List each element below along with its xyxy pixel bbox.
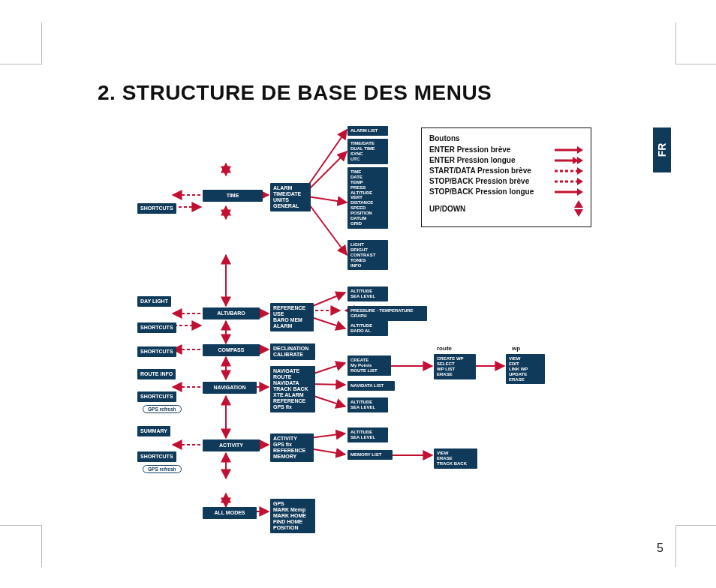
arrow-solid-icon	[555, 188, 583, 196]
ab-reference-box: ALTITUDE SEA LEVEL	[347, 286, 388, 302]
time-settings: ALARM TIME/DATE UNITS GENERAL	[270, 183, 311, 212]
mode-compass: COMPASS	[203, 344, 260, 356]
shortcuts-box: SHORTCUTS	[137, 346, 176, 357]
svg-line-28	[308, 152, 347, 190]
gps-refresh-pill: GPS refresh	[143, 405, 182, 413]
nav-navidata-box: NAVIDATA LIST	[347, 381, 395, 391]
act-memory-box: MEMORY LIST	[347, 450, 393, 460]
crop-mark	[675, 22, 716, 64]
svg-line-31	[309, 292, 345, 308]
shortcuts-box: SHORTCUTS	[137, 322, 176, 333]
svg-marker-10	[577, 188, 583, 196]
legend-row: STOP/BACK Pression brève	[429, 177, 583, 185]
arrow-double-icon	[555, 157, 583, 164]
crop-mark	[675, 525, 716, 567]
page-number: 5	[657, 542, 663, 555]
svg-line-29	[308, 196, 347, 202]
legend-row: UP/DOWN	[429, 200, 583, 217]
legend-label: ENTER Pression longue	[429, 156, 515, 164]
svg-line-36	[309, 434, 345, 438]
navigation-settings: NAVIGATE ROUTE NAVIDATA TRACK BACK XTE A…	[270, 366, 315, 412]
allmodes-settings: GPS MARK Memp MARK HOME FIND HOME POSITI…	[270, 499, 315, 533]
general-box: LIGHT BRIGHT CONTRAST TONES INFO	[347, 240, 388, 270]
arrow-updown-icon	[574, 200, 583, 217]
mode-altibaro: ALTI/BARO	[203, 308, 260, 320]
svg-line-30	[308, 202, 347, 255]
legend-label: ENTER Pression brève	[429, 146, 510, 154]
legend-title: Boutons	[429, 134, 583, 142]
svg-marker-8	[577, 178, 583, 185]
mode-navigation: NAVIGATION	[203, 382, 257, 394]
route-ops-box: CREATE WP SELECT WP LIST ERASE	[434, 354, 476, 380]
routeinfo-box: ROUTE INFO	[137, 369, 176, 380]
svg-marker-1	[577, 146, 583, 154]
wp-label: wp	[512, 345, 520, 352]
legend-row: ENTER Pression longue	[429, 156, 583, 164]
legend-label: STOP/BACK Pression longue	[429, 188, 534, 196]
gps-refresh-pill: GPS refresh	[143, 465, 182, 473]
daylight-box: DAY LIGHT	[137, 296, 171, 307]
legend-label: STOP/BACK Pression brève	[429, 177, 529, 185]
svg-marker-4	[577, 157, 583, 164]
shortcuts-box: SHORTCUTS	[137, 392, 176, 402]
shortcuts-box: SHORTCUTS	[137, 452, 176, 462]
shortcuts-box: SHORTCUTS	[137, 203, 176, 214]
svg-marker-12	[574, 209, 583, 217]
legend-row: START/DATA Pression brève	[429, 166, 583, 175]
altibaro-settings: REFERENCE USE BARO MEM ALARM	[270, 303, 314, 332]
mode-activity: ACTIVITY	[203, 440, 260, 452]
arrow-dashed-icon	[555, 167, 583, 175]
page-title: 2. STRUCTURE DE BASE DES MENUS	[98, 81, 492, 105]
timedate-box: TIME/DATE DUAL TIME SYNC UTC	[347, 139, 388, 164]
route-label: route	[437, 345, 452, 352]
compass-settings: DECLINATION CALIBRATE	[270, 344, 315, 360]
legend-label: START/DATA Pression brève	[429, 166, 531, 175]
nav-reference-box: ALTITUDE SEA LEVEL	[347, 398, 388, 412]
svg-line-32	[309, 316, 345, 328]
legend-row: STOP/BACK Pression longue	[429, 188, 583, 196]
alarm-list-box: ALARM LIST	[347, 126, 388, 136]
mode-time: TIME	[203, 190, 263, 202]
arrow-solid-icon	[555, 146, 583, 154]
wp-ops-box: VIEW EDIT LINK WP UPDATE ERASE	[506, 354, 545, 384]
act-reference-box: ALTITUDE SEA LEVEL	[347, 428, 388, 442]
language-tab: FR	[653, 128, 671, 172]
memory-ops-box: VIEW ERASE TRACK BACK	[434, 448, 477, 469]
legend-row: ENTER Pression brève	[429, 146, 583, 154]
svg-marker-6	[577, 167, 583, 175]
svg-marker-11	[574, 200, 583, 208]
units-box: TIME DATE TEMP PRESS ALTITUDE VERT DISTA…	[347, 167, 388, 229]
svg-line-37	[309, 448, 345, 454]
crop-mark	[0, 525, 42, 567]
arrow-dashed-icon	[555, 178, 583, 185]
ab-use-box: ALTITUDE BARO AL	[347, 321, 388, 336]
nav-route-box: CREATE My Points ROUTE LIST	[347, 356, 391, 376]
legend-label: UP/DOWN	[429, 205, 465, 213]
mode-allmodes: ALL MODES	[203, 507, 257, 519]
legend-box: Boutons ENTER Pression brève ENTER Press…	[421, 128, 591, 227]
activity-settings: ACTIVITY GPS fix REFERENCE MEMORY	[270, 434, 314, 462]
crop-mark	[0, 22, 42, 64]
svg-line-27	[308, 130, 347, 186]
ab-graph-box: PRESSURE - TEMPERATURE GRAPH	[347, 306, 427, 321]
summary-box: SUMMARY	[137, 426, 170, 436]
